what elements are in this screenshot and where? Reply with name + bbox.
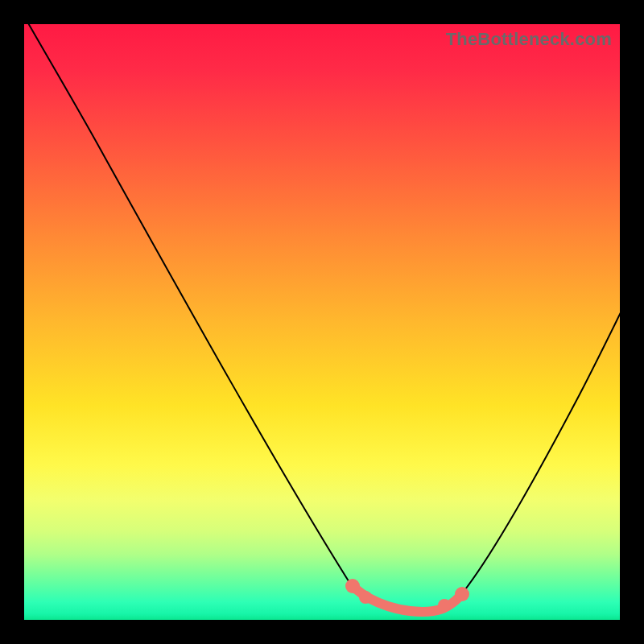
bottleneck-curve xyxy=(24,24,620,620)
curve-left-branch xyxy=(24,24,350,584)
optimal-range-end-dot xyxy=(455,587,469,601)
plot-area: TheBottleneck.com xyxy=(24,24,620,620)
curve-right-branch xyxy=(463,290,620,592)
optimal-range-start-dot xyxy=(345,579,360,593)
optimal-range-dot-3 xyxy=(438,599,451,612)
chart-frame: TheBottleneck.com xyxy=(0,0,644,644)
optimal-range-dot-2 xyxy=(359,591,372,604)
